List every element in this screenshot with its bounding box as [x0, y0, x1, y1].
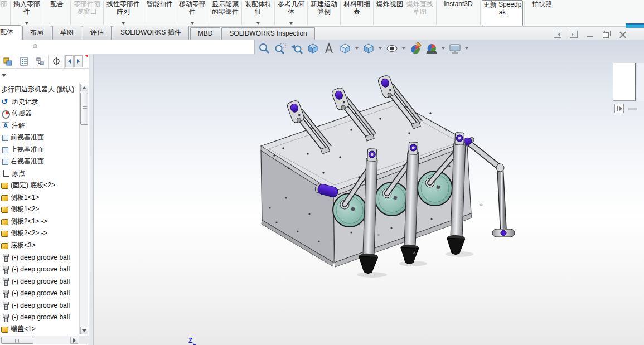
tree-item-history[interactable]: 历史记录 — [0, 96, 79, 108]
ribbon-separator — [307, 1, 308, 25]
previous-view-icon[interactable] — [290, 42, 303, 55]
tree-item-bearing[interactable]: (-) deep groove ball — [0, 264, 79, 276]
close-icon[interactable] — [617, 30, 628, 38]
configurationmanager-icon[interactable] — [32, 55, 49, 68]
dropdown-caret-icon[interactable] — [442, 47, 445, 50]
tab-solidworks-inspection[interactable]: SOLIDWORKS Inspection — [221, 27, 314, 40]
panel-collapse-grip[interactable] — [33, 44, 37, 48]
tree-root-item[interactable]: 步行四边形机器人 (默认) — [0, 84, 79, 96]
tree-item-origin[interactable]: 原点 — [0, 168, 79, 180]
ribbon-separator — [373, 1, 374, 25]
expand-pane-icon[interactable] — [614, 104, 624, 113]
tree-item-sensors[interactable]: 传感器 — [0, 108, 79, 120]
tree-item-front-plane[interactable]: 前视基准面 — [0, 132, 79, 144]
part-icon — [1, 231, 8, 237]
ribbon-separator — [436, 1, 437, 25]
tree-item-end-cap[interactable]: 端盖<1> — [0, 323, 79, 336]
dimxpertmanager-icon[interactable] — [49, 55, 65, 68]
ribbon-button-component-preview[interactable]: 零部件预览窗口 — [72, 0, 102, 26]
tree-item-bearing[interactable]: (-) deep groove ball — [0, 299, 79, 312]
ribbon-button-reference-geometry[interactable]: 参考几何体 — [276, 0, 306, 26]
ribbon-button-move-component[interactable]: 移动零部件 — [177, 0, 207, 26]
tree-item-annotations[interactable]: 注解 — [0, 120, 79, 132]
tab-mbd[interactable]: MBD — [190, 27, 221, 40]
scroll-right-icon[interactable] — [70, 337, 78, 344]
section-view-icon[interactable] — [306, 42, 319, 55]
graphics-viewport[interactable]: *** Z X Y — [89, 40, 644, 345]
ribbon-button-update-speedpak[interactable]: 更新 Speedpak — [482, 0, 523, 26]
horizontal-scroll-thumb[interactable] — [1, 337, 33, 344]
task-pane-sliver-edge — [637, 63, 644, 101]
tab-solidworks-addins[interactable]: SOLIDWORKS 插件 — [113, 26, 189, 40]
edit-appearance-icon[interactable] — [409, 42, 422, 55]
ribbon-button-take-snapshot[interactable]: 拍快照 — [526, 0, 558, 26]
svg-text:*: * — [377, 232, 380, 240]
manager-tab-scroll-left[interactable] — [65, 55, 74, 67]
tree-item-bearing[interactable]: (-) deep groove ball — [0, 251, 79, 264]
hide-show-items-icon[interactable] — [385, 42, 399, 55]
crank-link-bars — [345, 148, 459, 205]
tree-item-side-plate-2-1[interactable]: 侧板2<1> -> — [0, 216, 79, 228]
display-style-icon[interactable] — [362, 42, 375, 55]
tree-item-top-plane[interactable]: 上视基准面 — [0, 144, 79, 156]
dropdown-caret-icon[interactable] — [402, 47, 405, 50]
view-orientation-icon[interactable] — [338, 42, 352, 55]
ribbon-separator — [241, 1, 242, 25]
scroll-up-icon[interactable] — [80, 84, 88, 91]
ribbon-button-assembly-features[interactable]: 装配体特征 — [243, 0, 273, 26]
annotation-views-icon[interactable] — [322, 42, 336, 55]
panel-splitter[interactable] — [90, 54, 94, 345]
scroll-down-icon[interactable] — [80, 327, 88, 334]
dropdown-caret-icon[interactable] — [379, 47, 382, 50]
manager-tab-strip — [0, 54, 89, 69]
tree-horizontal-scrollbar[interactable] — [0, 336, 79, 344]
featuremanager-tree-icon[interactable] — [0, 55, 16, 68]
ribbon-button-explode-line-sketch[interactable]: 爆炸直线草图 — [405, 0, 435, 26]
origin-icon — [1, 169, 9, 178]
zoom-to-area-icon[interactable] — [274, 42, 287, 55]
tab-sketch[interactable]: 草图 — [52, 26, 81, 40]
restore-icon[interactable] — [601, 30, 612, 38]
apply-scene-icon[interactable] — [425, 42, 438, 55]
ribbon-button-exploded-view[interactable]: 爆炸视图 — [375, 0, 405, 26]
tree-item-bearing[interactable]: (-) deep groove ball — [0, 288, 79, 300]
ribbon-button-bill-of-materials[interactable]: 材料明细表 — [342, 0, 372, 26]
tab-assembly[interactable]: 配体 — [0, 25, 21, 40]
right-linkage — [462, 137, 515, 237]
tab-evaluate[interactable]: 评估 — [83, 26, 112, 40]
ribbon-button-instant3d[interactable]: Instant3D — [438, 0, 479, 26]
ribbon-button-smart-fasteners[interactable]: 智能扣件 — [144, 0, 175, 26]
bearing-bolt-icon — [1, 313, 9, 322]
minimize-icon[interactable] — [584, 30, 595, 38]
tree-item-side-plate-2-2[interactable]: 侧板2<2> -> — [0, 227, 79, 240]
propertymanager-icon[interactable] — [16, 55, 32, 68]
ribbon-button-mate[interactable]: 配合 — [45, 0, 69, 26]
tree-vertical-scrollbar[interactable] — [79, 84, 88, 334]
filter-dropdown-caret-icon[interactable] — [2, 74, 6, 77]
ribbon-separator — [340, 1, 341, 25]
ribbon-button-show-hidden-components[interactable]: 显示隐藏的零部件 — [210, 0, 240, 26]
tree-item-bearing[interactable]: (-) deep groove ball — [0, 312, 79, 324]
tree-item-bearing[interactable]: (-) deep groove ball — [0, 275, 79, 288]
tree-item-side-plate-1-1[interactable]: 侧板1<1> — [0, 192, 79, 204]
collapse-right-pane-icon[interactable] — [568, 30, 579, 38]
ribbon-separator — [274, 1, 275, 25]
ribbon-button-new-motion-study[interactable]: 新建运动算例 — [309, 0, 339, 26]
dropdown-caret-icon[interactable] — [465, 47, 468, 50]
tree-item-right-plane[interactable]: 右视基准面 — [0, 156, 79, 168]
manager-tab-scroll-right[interactable] — [74, 55, 83, 67]
ribbon-separator — [143, 1, 143, 25]
ribbon-button-insert-component[interactable]: 插入零部件 — [12, 0, 42, 26]
vertical-scroll-thumb[interactable] — [80, 93, 88, 125]
zoom-to-fit-icon[interactable] — [258, 42, 271, 55]
collapse-left-pane-icon[interactable] — [552, 30, 563, 38]
dropdown-caret-icon[interactable] — [355, 47, 359, 50]
ribbon-button-edit-component[interactable]: 编辑零部件 — [0, 0, 9, 26]
ribbon-button-linear-pattern[interactable]: 线性零部件阵列 — [105, 0, 142, 26]
tree-item-base-plate-fixed[interactable]: (固定) 底板<2> — [0, 179, 79, 192]
view-settings-icon[interactable] — [448, 42, 462, 55]
tab-layout[interactable]: 布局 — [22, 26, 51, 40]
tree-item-base-plate-3[interactable]: 底板<3> — [0, 240, 79, 252]
tree-item-side-plate-1-2[interactable]: 侧板1<2> — [0, 203, 79, 216]
ribbon-separator — [524, 1, 525, 25]
